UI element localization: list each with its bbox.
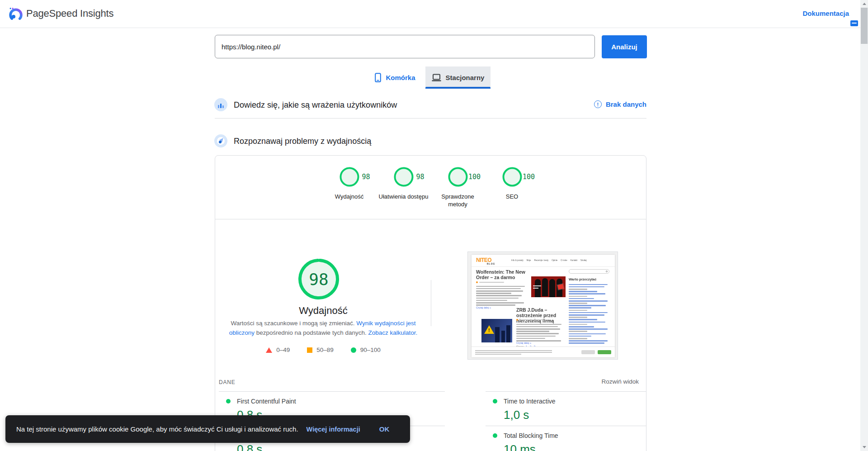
metric-pass-dot — [493, 433, 497, 438]
article2-readmore: Czytaj dalej » — [516, 342, 531, 344]
scroll-up-arrow[interactable] — [860, 0, 868, 8]
performance-gauge[interactable]: 98 — [298, 258, 340, 300]
orange-square-icon — [307, 347, 312, 353]
sidebar-title: Warto przeczytać — [569, 277, 596, 281]
metric-value: 1,0 s — [504, 408, 646, 422]
article1-title: Wolfenstein: The New Order – za darmo — [476, 269, 533, 280]
metric-tbt: Total Blocking Time 10 ms — [486, 426, 646, 451]
warning-triangle-icon — [484, 325, 494, 334]
legend-average: 50–89 — [307, 347, 334, 353]
skeleton-line — [569, 340, 608, 342]
metric-value: 10 ms — [504, 442, 646, 451]
tab-mobile[interactable]: Komórka — [367, 66, 423, 89]
skeleton-line — [569, 296, 587, 297]
tab-desktop[interactable]: Stacjonarny — [425, 66, 491, 89]
skeleton-line — [476, 286, 525, 287]
skeleton-line — [569, 314, 604, 316]
laptop-icon — [432, 74, 441, 81]
gauge-title: Wydajność — [215, 305, 431, 317]
skeleton-line — [476, 290, 523, 292]
no-data-label: Brak danych — [606, 100, 646, 108]
app-header: PageSpeed Insights Dokumentacja — [0, 0, 868, 28]
article2-meta — [516, 319, 544, 321]
legend-range: 90–100 — [360, 347, 381, 353]
lab-data-heading: Rozpoznawaj problemy z wydajnością — [234, 137, 371, 146]
score-label: Ułatwienia dostępu — [377, 193, 431, 200]
no-data-link[interactable]: ! Brak danych — [594, 100, 646, 108]
site-cookie-strip — [472, 347, 615, 357]
skeleton-line — [476, 288, 521, 290]
phone-icon — [375, 73, 381, 82]
thumbnail-site: NITEO BLOG Info & poradyMojeRecenzje i t… — [472, 255, 615, 357]
section-divider — [215, 118, 646, 119]
skeleton-line — [569, 307, 591, 309]
score-performance[interactable]: 98 Wydajność — [322, 166, 377, 208]
skeleton-line — [569, 310, 587, 311]
cookie-ok-button[interactable]: OK — [379, 425, 390, 433]
red-triangle-icon — [266, 347, 272, 353]
score-value: 98 — [356, 166, 377, 187]
score-best-practices[interactable]: 100 Sprawdzone metody — [431, 166, 485, 208]
category-scores-row: 98 Wydajność 98 Ułatwienia dostępu — [215, 166, 646, 208]
analyze-button[interactable]: Analizuj — [602, 35, 647, 58]
article2-text-skeleton — [516, 323, 563, 342]
nav-item: Moje — [527, 259, 531, 261]
skeleton-line — [516, 336, 556, 337]
scroll-down-arrow[interactable] — [860, 443, 868, 451]
skeleton-line — [476, 298, 519, 299]
skeleton-line — [569, 338, 587, 339]
gauge-glyph — [217, 137, 225, 145]
score-value: 100 — [464, 166, 485, 187]
card-divider — [215, 219, 646, 219]
metric-tti: Time to Interactive 1,0 s — [486, 391, 646, 426]
skeleton-line — [569, 293, 605, 294]
bars-glyph — [218, 102, 224, 108]
score-legend: 0–49 50–89 90–100 — [215, 347, 431, 353]
skeleton-line — [569, 331, 587, 332]
article1-text-skeleton — [476, 285, 527, 307]
skeleton-line — [569, 336, 591, 337]
skeleton-line — [476, 293, 511, 294]
vertical-scrollbar[interactable] — [860, 0, 868, 451]
nav-item: O mnie — [561, 259, 567, 261]
skeleton-line — [516, 331, 549, 332]
url-input[interactable] — [215, 35, 595, 58]
cookie-accept-button — [598, 350, 611, 354]
metrics-right-column: Time to Interactive 1,0 s Total Blocking… — [486, 391, 646, 451]
report-card: 98 Wydajność 98 Ułatwienia dostępu — [215, 155, 646, 451]
score-label: SEO — [485, 193, 539, 200]
gauge-score: 98 — [298, 258, 340, 300]
skeleton-line — [569, 312, 608, 313]
skeleton-line — [516, 333, 559, 334]
score-seo[interactable]: 100 SEO — [485, 166, 539, 208]
skeleton-line — [476, 304, 515, 306]
vertical-divider — [431, 280, 431, 326]
cut-off-blue-icon — [850, 20, 858, 26]
article2-image — [481, 319, 512, 342]
documentation-link[interactable]: Dokumentacja — [802, 9, 849, 17]
legend-fail: 0–49 — [266, 347, 290, 353]
site-header-divider — [472, 266, 615, 267]
metric-label: Total Blocking Time — [504, 432, 558, 439]
score-label: Wydajność — [322, 193, 377, 200]
skeleton-line — [569, 317, 587, 318]
field-data-heading: Dowiedz się, jakie są wrażenia użytkowni… — [234, 100, 397, 110]
more-info-link[interactable]: Więcej informacji — [307, 426, 360, 433]
nav-item: Opinie — [552, 259, 557, 261]
skeleton-line — [569, 319, 597, 320]
score-value: 98 — [410, 166, 431, 187]
calculator-link[interactable]: Zobacz kalkulator. — [368, 329, 417, 336]
skeleton-line — [569, 305, 606, 306]
green-circle-icon — [351, 347, 356, 353]
pagespeed-logo-icon — [9, 7, 23, 20]
score-accessibility[interactable]: 98 Ułatwienia dostępu — [377, 166, 431, 208]
speedometer-icon — [214, 134, 227, 147]
site-logo-sub: BLOG — [487, 262, 495, 265]
metric-label: First Contentful Paint — [237, 398, 296, 405]
scrollbar-thumb[interactable] — [861, 8, 868, 44]
nav-item: Kontakt — [571, 259, 577, 261]
cookie-message: Na tej stronie używamy plików cookie Goo… — [16, 425, 298, 433]
skeleton-line — [569, 342, 604, 344]
page-screenshot-thumbnail[interactable]: NITEO BLOG Info & poradyMojeRecenzje i t… — [467, 252, 618, 360]
expand-view-link[interactable]: Rozwiń widok — [601, 378, 639, 385]
